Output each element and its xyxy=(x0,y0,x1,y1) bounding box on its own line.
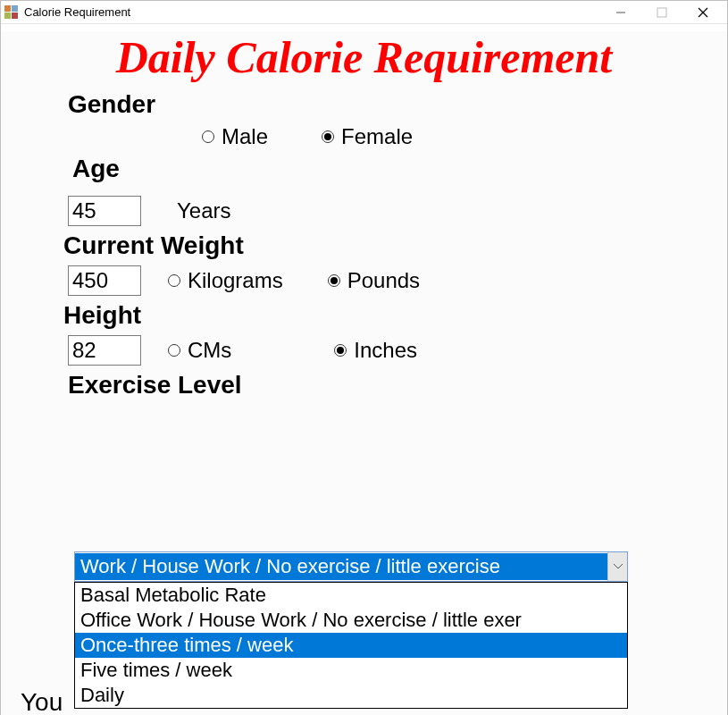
app-icon xyxy=(4,5,19,20)
maximize-button[interactable] xyxy=(641,1,682,24)
radio-icon xyxy=(168,344,180,357)
exercise-selected-text: Work / House Work / No exercise / little… xyxy=(75,553,607,580)
weight-lb-label: Pounds xyxy=(347,268,420,293)
svg-rect-1 xyxy=(657,8,666,17)
radio-icon xyxy=(322,130,334,143)
radio-icon xyxy=(168,274,180,287)
weight-kg-radio[interactable]: Kilograms xyxy=(168,268,283,293)
exercise-option[interactable]: Office Work / House Work / No exercise /… xyxy=(75,608,627,633)
age-input[interactable] xyxy=(68,196,141,226)
weight-lb-radio[interactable]: Pounds xyxy=(328,268,420,293)
age-unit-label: Years xyxy=(177,198,231,223)
gender-male-radio[interactable]: Male xyxy=(202,124,268,149)
gender-female-label: Female xyxy=(341,124,413,149)
app-window: Calorie Requirement Daily Calorie Requir… xyxy=(0,0,728,715)
gender-label: Gender xyxy=(68,90,727,119)
exercise-selected[interactable]: Work / House Work / No exercise / little… xyxy=(74,551,628,582)
exercise-dropdown-list: Basal Metabolic Rate Office Work / House… xyxy=(74,582,628,709)
radio-icon xyxy=(202,130,214,143)
chevron-down-icon[interactable] xyxy=(607,552,627,581)
weight-input[interactable] xyxy=(68,265,141,296)
window-title: Calorie Requirement xyxy=(24,5,130,19)
weight-label: Current Weight xyxy=(63,231,727,260)
content-area: Daily Calorie Requirement Gender Male Fe… xyxy=(1,31,727,715)
height-in-label: Inches xyxy=(354,338,417,363)
radio-icon xyxy=(328,274,340,287)
height-cm-radio[interactable]: CMs xyxy=(168,338,231,363)
height-in-radio[interactable]: Inches xyxy=(334,338,417,363)
titlebar: Calorie Requirement xyxy=(1,1,727,24)
height-label: Height xyxy=(63,301,727,330)
result-text-partial: You xyxy=(21,688,63,715)
exercise-option[interactable]: Five times / week xyxy=(75,658,627,683)
weight-kg-label: Kilograms xyxy=(188,268,283,293)
exercise-option[interactable]: Once-three times / week xyxy=(75,633,627,658)
gender-male-label: Male xyxy=(222,124,268,149)
gender-female-radio[interactable]: Female xyxy=(322,124,413,149)
minimize-button[interactable] xyxy=(600,1,641,24)
page-title: Daily Calorie Requirement xyxy=(1,31,727,83)
exercise-combobox[interactable]: Work / House Work / No exercise / little… xyxy=(74,551,628,709)
exercise-option[interactable]: Daily xyxy=(75,683,627,708)
height-cm-label: CMs xyxy=(188,338,231,363)
gender-radio-group: Male Female xyxy=(202,124,466,149)
exercise-label: Exercise Level xyxy=(68,371,727,400)
height-input[interactable] xyxy=(68,335,141,366)
radio-icon xyxy=(334,344,347,357)
close-button[interactable] xyxy=(682,1,724,24)
age-label: Age xyxy=(72,155,727,183)
exercise-option[interactable]: Basal Metabolic Rate xyxy=(75,583,627,608)
